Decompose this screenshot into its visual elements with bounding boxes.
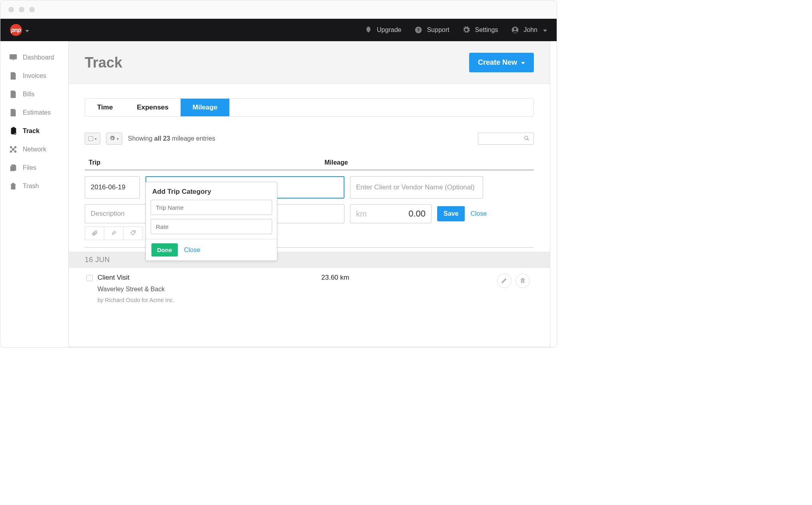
attach-tag-button[interactable] [123, 227, 143, 240]
delete-row-button[interactable] [515, 274, 530, 288]
svg-point-16 [15, 147, 16, 148]
app-body: Dashboard Invoices Bills Estimates [0, 41, 557, 347]
date-group-header: 16 JUN [69, 252, 550, 268]
tab-mileage[interactable]: Mileage [181, 99, 229, 116]
svg-point-28 [134, 231, 135, 232]
row-mileage: 23.60 km [321, 274, 349, 282]
sidebar-item-label: Network [23, 146, 46, 153]
showing-text: Showing all 23 mileage entries [128, 135, 215, 142]
window-dot-max[interactable] [29, 7, 35, 12]
mileage-row[interactable]: Client Visit Waverley Street & Back by R… [85, 268, 534, 303]
sidebar-item-label: Estimates [23, 109, 51, 116]
sidebar-item-invoices[interactable]: Invoices [0, 67, 68, 85]
user-avatar-icon [511, 26, 519, 34]
svg-point-15 [10, 147, 12, 148]
trash-icon [519, 277, 526, 285]
window-dot-close[interactable] [8, 7, 14, 12]
table-header: Trip Mileage [85, 156, 534, 171]
sidebar-item-label: Dashboard [23, 54, 54, 61]
nav-user-name: John [523, 26, 537, 34]
client-vendor-field[interactable]: Enter Client or Vendor Name (Optional) [350, 176, 483, 199]
chevron-down-icon [543, 26, 547, 34]
edit-row-button[interactable] [497, 274, 511, 288]
rocket-icon [364, 26, 373, 34]
save-button[interactable]: Save [437, 206, 465, 221]
svg-point-18 [15, 151, 16, 153]
sidebar-item-network[interactable]: Network [0, 140, 68, 159]
page-title: Track [85, 54, 122, 71]
top-nav: pnp Upgrade ? Support Settings [0, 19, 557, 41]
network-icon [8, 145, 18, 154]
sidebar-item-label: Trash [23, 183, 39, 190]
gear-icon [109, 135, 115, 142]
form-close-link[interactable]: Close [470, 210, 487, 217]
gear-icon [462, 26, 471, 34]
column-header-trip[interactable]: Trip [89, 159, 324, 166]
bulk-actions-dropdown[interactable]: ▾ [106, 133, 122, 145]
sidebar-item-track[interactable]: Track [0, 122, 68, 140]
sidebar-item-estimates[interactable]: Estimates [0, 103, 68, 122]
paperclip-icon [92, 230, 98, 237]
svg-point-17 [10, 151, 12, 153]
svg-line-20 [12, 148, 13, 149]
sidebar-item-bills[interactable]: Bills [0, 85, 68, 103]
sidebar-item-label: Bills [23, 91, 34, 98]
nav-upgrade[interactable]: Upgrade [364, 26, 401, 34]
nav-settings-label: Settings [475, 26, 498, 34]
link-icon [111, 230, 117, 237]
window-titlebar [0, 0, 557, 19]
window-dot-min[interactable] [19, 7, 24, 12]
pencil-icon [501, 277, 508, 285]
popup-close-link[interactable]: Close [184, 247, 201, 254]
sidebar: Dashboard Invoices Bills Estimates [0, 41, 68, 347]
files-icon [8, 163, 18, 173]
sidebar-item-dashboard[interactable]: Dashboard [0, 48, 68, 67]
svg-point-19 [12, 149, 14, 150]
sidebar-item-label: Invoices [23, 72, 46, 80]
mileage-value: 0.00 [408, 209, 426, 219]
trip-name-input[interactable] [151, 200, 272, 215]
svg-line-27 [527, 139, 529, 140]
date-field[interactable]: 2016-06-19 [85, 176, 140, 199]
select-all-dropdown[interactable]: ▾ [85, 133, 100, 145]
sidebar-item-label: Track [23, 127, 40, 135]
row-byline: by Richard Osslo for Acme Inc. [98, 297, 321, 303]
svg-line-22 [12, 150, 13, 151]
nav-user[interactable]: John [511, 26, 547, 34]
content-panel: Track Create New Time Expenses Mileage [68, 41, 550, 347]
chevron-down-icon [521, 60, 525, 66]
row-actions [497, 274, 530, 288]
brand-dropdown-caret[interactable] [25, 27, 29, 34]
tab-time[interactable]: Time [85, 99, 125, 116]
mileage-amount-field[interactable]: km 0.00 [350, 204, 432, 223]
search-input[interactable] [478, 133, 534, 145]
sidebar-item-trash[interactable]: Trash [0, 177, 68, 195]
tab-expenses[interactable]: Expenses [125, 99, 180, 116]
svg-line-23 [14, 150, 15, 151]
trash-icon [8, 181, 18, 191]
invoice-icon [8, 71, 18, 81]
rate-input[interactable] [151, 219, 272, 234]
panel-body: Time Expenses Mileage ▾ [69, 84, 550, 303]
attach-link-button[interactable] [104, 227, 123, 240]
create-new-button[interactable]: Create New [469, 53, 534, 72]
attach-file-button[interactable] [85, 227, 104, 240]
app-window: pnp Upgrade ? Support Settings [0, 0, 557, 348]
nav-settings[interactable]: Settings [462, 26, 498, 34]
brand-logo[interactable]: pnp [10, 24, 22, 36]
mileage-unit: km [356, 209, 367, 219]
bills-icon [8, 89, 18, 99]
tag-icon [130, 230, 136, 237]
list-toolbar: ▾ ▾ Showing all 23 mileage entries [85, 133, 534, 145]
done-button[interactable]: Done [151, 243, 178, 256]
nav-support-label: Support [427, 26, 449, 34]
svg-point-26 [525, 136, 528, 139]
sidebar-item-files[interactable]: Files [0, 159, 68, 177]
column-header-mileage[interactable]: Mileage [324, 159, 530, 166]
row-subtitle: Waverley Street & Back [98, 286, 321, 293]
popup-title: Add Trip Category [146, 182, 277, 200]
nav-support[interactable]: ? Support [414, 26, 449, 34]
new-entry-row: 2016-06-19 Enter Client or Vendor Name (… [85, 176, 534, 199]
row-checkbox[interactable] [86, 275, 93, 281]
nav-upgrade-label: Upgrade [377, 26, 401, 34]
